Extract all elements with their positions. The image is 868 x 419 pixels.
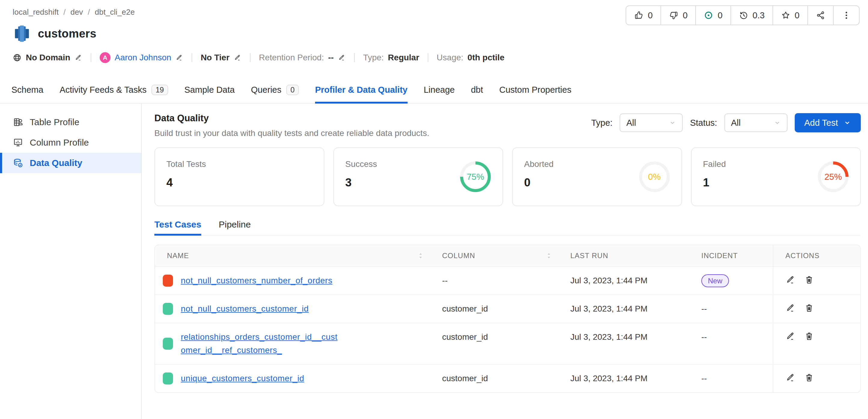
- upvote-button[interactable]: 0: [626, 6, 660, 25]
- chevron-down-icon: [843, 119, 851, 127]
- tab-test-cases[interactable]: Test Cases: [154, 219, 201, 235]
- edit-test-icon[interactable]: [785, 373, 796, 383]
- breadcrumb-separator: /: [63, 7, 65, 17]
- column-cell: customer_id: [430, 323, 558, 351]
- type-filter-label: Type:: [591, 118, 612, 128]
- aborted-progress-ring: 0%: [637, 159, 672, 194]
- domain-value: No Domain: [26, 53, 70, 62]
- tab-lineage[interactable]: Lineage: [424, 76, 455, 103]
- test-case-link[interactable]: not_null_customers_customer_id: [181, 302, 309, 316]
- usage-label: Usage:: [437, 53, 463, 62]
- breadcrumb-schema[interactable]: dbt_cli_e2e: [95, 7, 135, 17]
- sidebar-item-column-profile[interactable]: Column Profile: [0, 132, 141, 153]
- divider: [91, 53, 91, 62]
- table-header-row: NAME COLUMN LAST RUN INCIDENT ACTIONS: [155, 245, 860, 267]
- tab-schema[interactable]: Schema: [11, 76, 43, 103]
- owner-field: A Aaron Johnson: [100, 52, 183, 63]
- edit-owner-icon[interactable]: [176, 54, 183, 62]
- table-row: not_null_customers_number_of_orders -- J…: [155, 267, 860, 295]
- edit-test-icon[interactable]: [785, 303, 796, 313]
- sort-icon[interactable]: [547, 252, 551, 259]
- test-case-link[interactable]: unique_customers_customer_id: [181, 372, 304, 385]
- column-profile-icon: [13, 137, 23, 148]
- test-status-indicator-failed: [163, 275, 173, 287]
- incident-badge-new[interactable]: New: [701, 274, 729, 287]
- column-header-name: NAME: [155, 245, 430, 266]
- divider: [428, 53, 428, 62]
- breadcrumb-service[interactable]: local_redshift: [12, 7, 59, 17]
- delete-test-icon[interactable]: [804, 275, 814, 285]
- entity-tabbar: Schema Activity Feeds & Tasks 19 Sample …: [0, 76, 868, 103]
- follower-count: 0: [795, 10, 800, 21]
- kebab-menu-icon: [842, 10, 851, 20]
- page-header: local_redshift / dev / dbt_cli_e2e 0 0 0: [0, 0, 868, 76]
- sort-icon[interactable]: [418, 252, 423, 259]
- open-tasks-button[interactable]: 0: [695, 6, 730, 25]
- downvote-button[interactable]: 0: [660, 6, 695, 25]
- add-test-button[interactable]: Add Test: [795, 113, 861, 132]
- failed-card: Failed 1 25%: [691, 148, 861, 206]
- thumbs-down-icon: [669, 10, 679, 20]
- edit-tier-icon[interactable]: [234, 54, 242, 62]
- test-status-indicator-success: [163, 373, 173, 385]
- test-case-link[interactable]: relationships_orders_customer_id__custom…: [181, 330, 340, 357]
- incident-cell: --: [689, 365, 773, 392]
- sidebar-item-data-quality[interactable]: Data Quality: [0, 153, 141, 173]
- tab-sample-data[interactable]: Sample Data: [184, 76, 235, 103]
- edit-test-icon[interactable]: [785, 275, 796, 285]
- tab-queries[interactable]: Queries 0: [251, 76, 299, 103]
- ring-percent-label: 75%: [458, 159, 493, 194]
- activity-count-badge: 19: [151, 85, 168, 95]
- task-target-icon: [704, 10, 713, 20]
- breadcrumb-database[interactable]: dev: [70, 7, 83, 17]
- table-profile-icon: [13, 117, 23, 127]
- divider: [192, 53, 192, 62]
- ring-percent-label: 25%: [816, 159, 850, 194]
- table-row: relationships_orders_customer_id__custom…: [155, 323, 860, 365]
- sidebar-item-table-profile[interactable]: Table Profile: [0, 112, 141, 132]
- status-filter-select[interactable]: All: [724, 114, 787, 132]
- edit-test-icon[interactable]: [785, 331, 796, 341]
- tab-profiler-data-quality[interactable]: Profiler & Data Quality: [315, 76, 408, 103]
- delete-test-icon[interactable]: [804, 303, 814, 313]
- type-label: Type:: [363, 53, 383, 62]
- follow-button[interactable]: 0: [773, 6, 807, 25]
- globe-icon: [12, 53, 22, 62]
- total-tests-card: Total Tests 4: [154, 148, 324, 206]
- incident-cell: --: [689, 295, 773, 323]
- task-count: 0: [717, 10, 722, 21]
- edit-domain-icon[interactable]: [74, 54, 82, 62]
- downvote-count: 0: [683, 10, 687, 21]
- divider: [250, 53, 250, 62]
- type-filter-select[interactable]: All: [620, 114, 683, 132]
- column-header-incident: INCIDENT: [689, 245, 773, 266]
- sidebar-item-label: Column Profile: [30, 137, 89, 148]
- tab-custom-properties[interactable]: Custom Properties: [499, 76, 571, 103]
- more-menu-button[interactable]: [833, 6, 859, 25]
- delete-test-icon[interactable]: [804, 331, 814, 341]
- column-cell: customer_id: [430, 365, 558, 392]
- divider: [354, 53, 355, 62]
- edit-retention-icon[interactable]: [338, 54, 346, 62]
- column-header-last-run: LAST RUN: [558, 245, 689, 266]
- filters: Type: All Status: All Add Test: [591, 113, 861, 132]
- tab-pipeline[interactable]: Pipeline: [219, 219, 251, 235]
- table-row: unique_customers_customer_id customer_id…: [155, 365, 860, 392]
- test-status-indicator-success: [163, 303, 173, 315]
- type-filter-value: All: [626, 118, 636, 128]
- domain-field: No Domain: [12, 53, 82, 62]
- last-run-cell: Jul 3, 2023, 1:44 PM: [558, 365, 689, 392]
- test-case-link[interactable]: not_null_customers_number_of_orders: [181, 274, 333, 287]
- data-quality-panel: Data Quality Build trust in your data wi…: [142, 103, 868, 419]
- aborted-card: Aborted 0 0%: [512, 148, 682, 206]
- entity-action-toolbar: 0 0 0 0.3 0: [626, 5, 860, 25]
- version-history-button[interactable]: 0.3: [731, 6, 773, 25]
- share-button[interactable]: [807, 6, 833, 25]
- tab-dbt[interactable]: dbt: [471, 76, 483, 103]
- redshift-table-icon: [12, 24, 31, 43]
- delete-test-icon[interactable]: [804, 373, 814, 383]
- tab-activity-feeds[interactable]: Activity Feeds & Tasks 19: [59, 76, 168, 103]
- owner-link[interactable]: Aaron Johnson: [115, 53, 171, 62]
- incident-cell: --: [689, 323, 773, 351]
- thumbs-up-icon: [634, 10, 644, 20]
